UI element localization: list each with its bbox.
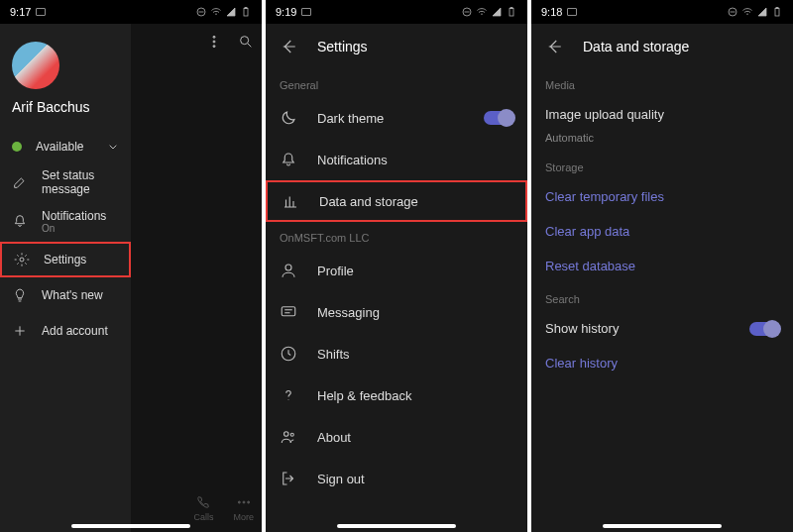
header: Settings [266, 24, 527, 69]
help-label: Help & feedback [317, 388, 411, 403]
username: Arif Bacchus [12, 99, 131, 115]
gesture-bar [71, 524, 190, 528]
dark-theme-item[interactable]: Dark theme [266, 97, 527, 139]
dark-theme-label: Dark theme [317, 111, 384, 126]
bell-icon [12, 213, 28, 229]
gear-icon [14, 252, 30, 267]
wifi-icon [741, 6, 753, 18]
svg-point-9 [213, 41, 215, 43]
about-label: About [317, 430, 351, 445]
notifications-label: Notifications [317, 153, 388, 167]
signout-item[interactable]: Sign out [266, 458, 527, 499]
wifi-icon [476, 6, 488, 18]
bell-icon [280, 151, 297, 168]
svg-line-12 [248, 44, 251, 47]
whats-new-label: What's new [42, 288, 103, 302]
message-icon [280, 303, 297, 321]
clear-app-data-item[interactable]: Clear app data [531, 214, 793, 249]
moon-icon [280, 109, 297, 127]
nav-more[interactable]: More [233, 494, 254, 522]
show-history-item[interactable]: Show history [531, 311, 793, 346]
plus-icon [12, 323, 28, 339]
svg-point-13 [238, 501, 240, 503]
page-title: Data and storage [583, 39, 689, 54]
nav-calls-label: Calls [193, 512, 213, 522]
chart-icon [282, 192, 299, 210]
add-account-item[interactable]: Add account [0, 313, 131, 349]
dark-theme-toggle[interactable] [484, 111, 513, 125]
about-item[interactable]: About [266, 416, 527, 458]
dnd-icon [461, 6, 473, 18]
screen-data-storage: 9:18 Data and storage Media Image upload… [531, 0, 793, 532]
more-vertical-icon[interactable] [206, 34, 222, 50]
messaging-item[interactable]: Messaging [266, 291, 527, 333]
gesture-bar [603, 524, 722, 528]
upload-quality-sub: Automatic [531, 132, 793, 152]
section-general: General [266, 69, 527, 97]
settings-item[interactable]: Settings [0, 242, 131, 277]
whats-new-item[interactable]: What's new [0, 277, 131, 313]
back-icon[interactable] [280, 38, 297, 55]
gesture-bar [337, 524, 456, 528]
page-title: Settings [317, 39, 368, 54]
signal-icon [756, 6, 768, 18]
upload-quality-item[interactable]: Image upload quality [531, 97, 793, 132]
status-bar: 9:19 [266, 0, 527, 24]
svg-rect-4 [245, 8, 247, 9]
clear-history-label: Clear history [545, 356, 618, 371]
svg-point-8 [213, 36, 215, 38]
signal-icon [225, 6, 237, 18]
svg-rect-20 [510, 8, 512, 9]
cast-icon [566, 6, 578, 18]
nav-calls[interactable]: Calls [193, 494, 213, 522]
battery-icon [506, 6, 517, 18]
status-right-icons [195, 6, 252, 18]
notifications-item[interactable]: Notifications [266, 139, 527, 180]
status-bar: 9:18 [531, 0, 793, 24]
avatar[interactable] [12, 42, 59, 89]
status-bar: 9:17 [0, 0, 262, 24]
clock-icon [280, 345, 297, 363]
svg-rect-0 [37, 9, 46, 16]
svg-point-27 [290, 433, 293, 436]
lightbulb-icon [12, 287, 28, 303]
back-icon[interactable] [545, 38, 563, 55]
search-icon[interactable] [238, 34, 254, 50]
add-account-label: Add account [42, 324, 108, 338]
more-icon [236, 494, 252, 510]
help-item[interactable]: Help & feedback [266, 374, 527, 416]
svg-point-11 [241, 37, 249, 45]
help-icon [280, 386, 297, 404]
clear-temp-item[interactable]: Clear temporary files [531, 179, 793, 214]
screen-settings: 9:19 Settings General Dark theme Notific… [266, 0, 527, 532]
status-row[interactable]: Available [0, 129, 131, 164]
header: Data and storage [531, 24, 793, 69]
dnd-icon [195, 6, 207, 18]
reset-db-item[interactable]: Reset database [531, 249, 793, 283]
svg-rect-31 [775, 9, 779, 17]
svg-rect-19 [510, 9, 513, 17]
set-status-item[interactable]: Set status message [0, 164, 131, 200]
svg-point-21 [285, 265, 291, 270]
svg-rect-28 [568, 9, 577, 16]
set-status-label: Set status message [42, 168, 131, 196]
show-history-toggle[interactable] [749, 322, 779, 336]
edit-icon [12, 174, 28, 190]
notifications-label: Notifications [42, 209, 106, 223]
notifications-item[interactable]: Notifications On [0, 200, 131, 242]
wifi-icon [210, 6, 222, 18]
profile-label: Profile [317, 264, 354, 278]
clock: 9:18 [541, 6, 562, 18]
cast-icon [300, 6, 312, 18]
shifts-item[interactable]: Shifts [266, 333, 527, 374]
clear-history-item[interactable]: Clear history [531, 346, 793, 380]
profile-item[interactable]: Profile [266, 250, 527, 291]
section-storage: Storage [531, 152, 793, 179]
signout-label: Sign out [317, 472, 365, 486]
section-org: OnMSFT.com LLC [266, 222, 527, 250]
presence-dot-icon [12, 142, 22, 152]
svg-point-10 [213, 46, 215, 48]
settings-label: Settings [44, 253, 86, 266]
signout-icon [280, 470, 297, 487]
data-storage-item[interactable]: Data and storage [266, 180, 527, 222]
